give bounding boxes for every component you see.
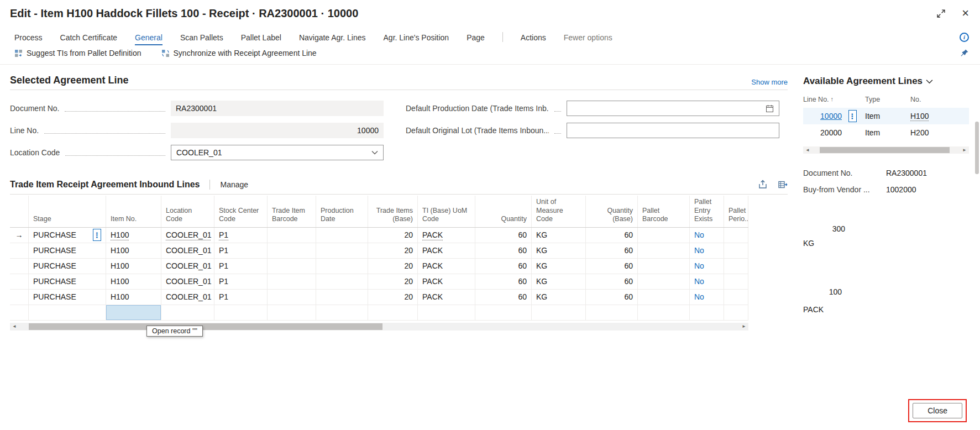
grid-cell-pallet_barcode[interactable] xyxy=(638,259,690,274)
grid-cell-quantity_base[interactable]: 60 xyxy=(586,274,638,289)
grid-cell-trade_items_base[interactable]: 20 xyxy=(368,228,418,243)
grid-cell-stock_center_code[interactable]: P1 xyxy=(214,243,268,258)
scroll-right-arrow[interactable]: ► xyxy=(960,148,969,153)
pin-icon[interactable] xyxy=(960,49,969,57)
column-header-production_date[interactable]: Production Date xyxy=(316,196,368,227)
grid-cell-quantity[interactable]: 60 xyxy=(475,259,532,274)
column-header-pallet_entry_exists[interactable]: Pallet Entry Exists xyxy=(690,196,724,227)
grid-cell-production_date[interactable] xyxy=(316,290,368,305)
grid-cell-uom_code[interactable]: KG xyxy=(532,290,586,305)
tab-page[interactable]: Page xyxy=(467,29,485,45)
grid-cell-pallet_period[interactable] xyxy=(724,290,748,305)
horizontal-scrollbar[interactable]: ◄ ► xyxy=(10,323,748,331)
grid-cell-pallet_entry_exists[interactable]: No xyxy=(690,274,724,289)
grid-cell-pallet_period[interactable] xyxy=(724,259,748,274)
column-header-uom_code[interactable]: Unit of Measure Code xyxy=(532,196,586,227)
grid-cell-pallet_period[interactable] xyxy=(724,305,748,320)
grid-cell-item_no[interactable] xyxy=(106,305,161,320)
location-code-dropdown[interactable]: COOLER_01 xyxy=(171,145,384,160)
close-button[interactable]: Close xyxy=(913,403,962,418)
row-marker[interactable] xyxy=(10,274,29,289)
tab-navigate-agr-lines[interactable]: Navigate Agr. Lines xyxy=(299,29,366,45)
grid-cell-location_code[interactable]: COOLER_01 xyxy=(161,243,214,258)
row-marker[interactable] xyxy=(10,290,29,305)
fewer-options-button[interactable]: Fewer options xyxy=(564,29,612,45)
grid-cell-pallet_barcode[interactable] xyxy=(638,290,690,305)
synchronize-button[interactable]: Synchronize with Receipt Agreement Line xyxy=(161,49,317,57)
grid-cell-stock_center_code[interactable]: P1 xyxy=(214,228,268,243)
grid-cell-uom_code[interactable]: KG xyxy=(532,243,586,258)
column-header-stock_center_code[interactable]: Stock Center Code xyxy=(214,196,268,227)
factbox-cell-no[interactable]: H100 xyxy=(907,112,969,120)
grid-cell-quantity_base[interactable]: 60 xyxy=(586,290,638,305)
grid-cell-production_date[interactable] xyxy=(316,259,368,274)
default-original-lot-input[interactable] xyxy=(567,123,779,138)
resize-icon[interactable] xyxy=(937,9,945,18)
grid-cell-pallet_entry_exists[interactable]: No xyxy=(690,228,724,243)
grid-cell-item_no[interactable]: H100 xyxy=(106,243,161,258)
grid-cell-stock_center_code[interactable]: P1 xyxy=(214,274,268,289)
grid-cell-ti_base_uom[interactable]: PACK xyxy=(418,228,475,243)
grid-cell-pallet_period[interactable] xyxy=(724,243,748,258)
grid-cell-trade_items_base[interactable]: 20 xyxy=(368,259,418,274)
grid-cell-quantity[interactable]: 60 xyxy=(475,228,532,243)
grid-cell-quantity[interactable]: 60 xyxy=(475,274,532,289)
actions-menu[interactable]: Actions xyxy=(521,29,546,45)
grid-cell-production_date[interactable] xyxy=(316,305,368,320)
grid-cell-pallet_entry_exists[interactable]: No xyxy=(690,243,724,258)
suggest-tis-button[interactable]: Suggest TIs from Pallet Definition xyxy=(14,49,142,57)
grid-cell-trade_item_barcode[interactable] xyxy=(268,228,316,243)
grid-cell-trade_items_base[interactable]: 20 xyxy=(368,274,418,289)
grid-cell-item_no[interactable]: H100 xyxy=(106,274,161,289)
grid-cell-trade_items_base[interactable]: 20 xyxy=(368,243,418,258)
row-selector-header[interactable] xyxy=(10,196,29,227)
factbox-column-no[interactable]: No. xyxy=(907,96,969,103)
column-header-trade_item_barcode[interactable]: Trade Item Barcode xyxy=(268,196,316,227)
scrollbar-track[interactable] xyxy=(812,146,960,154)
row-marker[interactable] xyxy=(10,243,29,258)
column-header-location_code[interactable]: Location Code xyxy=(161,196,214,227)
vertical-scrollbar[interactable] xyxy=(975,122,979,174)
open-in-excel-icon[interactable] xyxy=(778,180,788,190)
info-icon[interactable]: i xyxy=(960,33,969,42)
scroll-left-arrow[interactable]: ◄ xyxy=(803,148,812,153)
grid-cell-location_code[interactable]: COOLER_01 xyxy=(161,259,214,274)
column-header-stage[interactable]: Stage xyxy=(29,196,106,227)
grid-cell-item_no[interactable]: H100 xyxy=(106,290,161,305)
grid-cell-trade_item_barcode[interactable] xyxy=(268,305,316,320)
grid-cell-quantity[interactable]: 60 xyxy=(475,243,532,258)
grid-cell-location_code[interactable] xyxy=(161,305,214,320)
chevron-down-icon[interactable] xyxy=(371,150,378,155)
grid-cell-trade_items_base[interactable]: 20 xyxy=(368,290,418,305)
factbox-cell-line-no[interactable]: 10000 xyxy=(803,112,843,120)
column-header-quantity[interactable]: Quantity xyxy=(475,196,532,227)
grid-cell-pallet_barcode[interactable] xyxy=(638,228,690,243)
grid-cell-pallet_barcode[interactable] xyxy=(638,243,690,258)
grid-cell-stage[interactable]: PURCHASE xyxy=(29,259,106,274)
grid-cell-quantity[interactable]: 60 xyxy=(475,290,532,305)
row-marker[interactable] xyxy=(10,259,29,274)
scrollbar-thumb[interactable] xyxy=(820,147,950,153)
grid-cell-production_date[interactable] xyxy=(316,243,368,258)
grid-cell-trade_item_barcode[interactable] xyxy=(268,259,316,274)
tab-catch-certificate[interactable]: Catch Certificate xyxy=(60,29,117,45)
grid-cell-stock_center_code[interactable]: P1 xyxy=(214,259,268,274)
grid-cell-stock_center_code[interactable] xyxy=(214,305,268,320)
factbox-horizontal-scrollbar[interactable]: ◄ ► xyxy=(803,146,969,154)
tab-agr-lines-position[interactable]: Agr. Line's Position xyxy=(384,29,449,45)
grid-cell-item_no[interactable]: H100 xyxy=(106,228,161,243)
grid-cell-stage[interactable]: PURCHASE xyxy=(29,290,106,305)
chevron-down-icon[interactable] xyxy=(926,79,933,84)
scrollbar-track[interactable] xyxy=(19,323,740,331)
factbox-cell-line-no[interactable]: 20000 xyxy=(803,128,843,137)
column-header-quantity_base[interactable]: Quantity (Base) xyxy=(586,196,638,227)
grid-cell-location_code[interactable]: COOLER_01 xyxy=(161,228,214,243)
grid-cell-pallet_barcode[interactable] xyxy=(638,274,690,289)
column-header-pallet_period[interactable]: Pallet Perio... xyxy=(724,196,748,227)
grid-cell-stage[interactable] xyxy=(29,305,106,320)
grid-cell-ti_base_uom[interactable]: PACK xyxy=(418,259,475,274)
factbox-column-type[interactable]: Type xyxy=(862,96,907,103)
grid-cell-quantity_base[interactable]: 60 xyxy=(586,228,638,243)
scrollbar-thumb[interactable] xyxy=(29,323,382,330)
factbox-cell-no[interactable]: H200 xyxy=(907,128,969,137)
